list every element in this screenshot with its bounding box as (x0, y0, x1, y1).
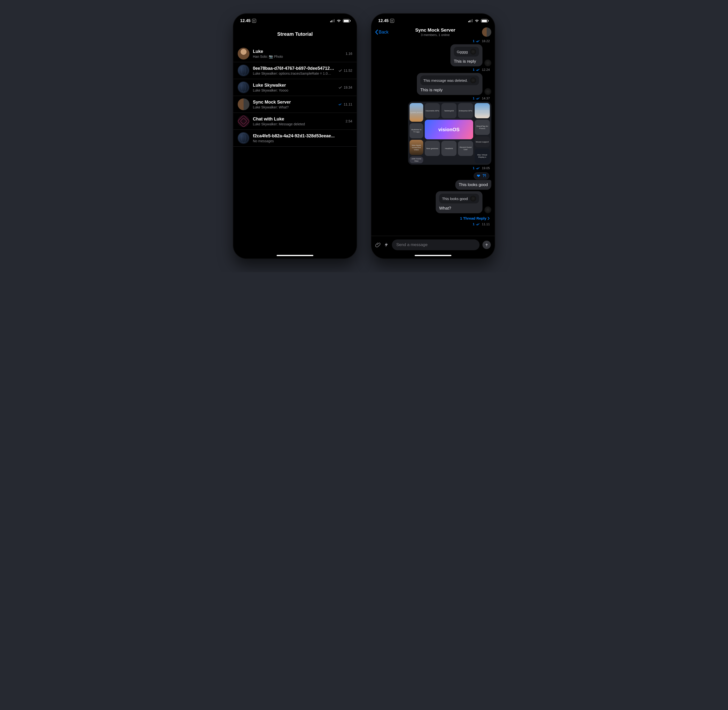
image-tile: Enterprise APIs (458, 103, 473, 118)
channel-name: 0ee78baa-d76f-4767-b697-0dee54712a... (253, 66, 335, 71)
image-tile: Keyboard break (475, 103, 490, 118)
double-check-icon (476, 97, 480, 100)
cellular-icon (468, 19, 473, 22)
avatar (470, 77, 476, 83)
battery-icon (343, 19, 350, 22)
lightning-icon[interactable] (384, 242, 389, 248)
image-message[interactable]: spatial photos Volumetric APIs TabletopK… (408, 101, 491, 165)
avatar (238, 115, 249, 127)
phone-channel-list: 12.45 Stream Tutorial Luke Han Solo: 📷 P… (233, 14, 357, 258)
message[interactable]: This looks good (375, 180, 491, 190)
check-icon (338, 85, 342, 89)
arrow-up-icon (485, 243, 489, 247)
image-tile: HealthKit (441, 141, 457, 156)
wifi-icon (475, 19, 479, 23)
message-meta: 1 19.05 (375, 166, 491, 170)
avatar (485, 60, 491, 66)
image-tile: spatial photos (410, 103, 423, 122)
heart-icon[interactable]: ❤︎ (477, 173, 480, 178)
channel-name: Sync Mock Server (253, 100, 335, 105)
navbar: Back Sync Mock Server 3 members, 1 onlin… (371, 25, 495, 39)
channel-time: 1.16 (346, 52, 352, 56)
home-indicator[interactable] (415, 255, 451, 256)
avatar (485, 88, 491, 95)
home-indicator[interactable] (277, 255, 313, 256)
channel-row[interactable]: Sync Mock Server Luke Skywalker: What? 1… (233, 96, 357, 113)
channel-row[interactable]: Chat with Luke Luke Skywalker: Message d… (233, 113, 357, 130)
attachment-icon[interactable] (375, 242, 381, 248)
message[interactable]: Ggggg This is reply (375, 44, 491, 66)
channel-row[interactable]: Luke Han Solo: 📷 Photo 1.16 (233, 45, 357, 62)
avatar (238, 65, 249, 76)
svg-point-1 (392, 20, 393, 21)
quoted-message[interactable]: Ggggg (454, 47, 479, 57)
chevron-left-icon (375, 29, 378, 35)
message[interactable]: This looks good What? (375, 191, 491, 213)
channel-preview: Luke Skywalker: options.tracesSampleRate… (253, 72, 335, 75)
status-bar: 12.45 (233, 14, 357, 25)
avatar (238, 82, 249, 93)
image-tile: Recent Guest User (458, 141, 473, 156)
channel-time: 2.54 (346, 119, 352, 123)
avatar (470, 196, 476, 201)
channel-name: Luke (253, 49, 342, 54)
avatar (470, 49, 476, 54)
battery-icon (481, 19, 488, 22)
cellular-icon (330, 19, 335, 22)
message-text: This is reply (420, 88, 479, 92)
wifi-icon (337, 19, 341, 23)
message-list[interactable]: 1 18.22 Ggggg This is reply 1 12.24 (371, 39, 495, 236)
image-tile: TabletopKit (441, 103, 457, 118)
profile-badge-icon (390, 19, 394, 23)
chat-title: Sync Mock Server (391, 28, 479, 33)
quoted-message[interactable]: This message was deleted. (420, 75, 479, 85)
channel-row[interactable]: Luke Skywalker Luke Skywalker: Yoooo 19.… (233, 79, 357, 96)
message-meta: 1 18.22 (375, 39, 491, 43)
channel-preview: Han Solo: 📷 Photo (253, 54, 342, 59)
double-check-icon (476, 40, 480, 43)
image-tile: New gestures (425, 141, 440, 156)
message-text: What? (439, 206, 479, 211)
channel-list[interactable]: Luke Han Solo: 📷 Photo 1.16 0ee78baa-d76… (233, 45, 357, 147)
image-tile: SharePlay for Photos (475, 120, 490, 135)
reaction-bar[interactable]: ❤︎ ?! (474, 172, 489, 179)
status-bar: 12.45 (371, 14, 495, 25)
check-icon (338, 69, 342, 72)
channel-preview: Luke Skywalker: What? (253, 105, 335, 109)
profile-badge-icon (252, 19, 256, 23)
channel-time: 11.52 (344, 69, 352, 72)
phone-chat: 12.45 Back Sync Mock Server 3 members, 1… (371, 14, 495, 258)
image-tile: New Apple Immersive Video (410, 140, 423, 155)
message-meta: 1 11.11 (375, 222, 491, 226)
chevron-right-icon (487, 217, 490, 220)
message[interactable]: This message was deleted. This is reply (375, 73, 491, 95)
message-meta: 1 12.24 (375, 68, 491, 72)
double-check-icon (476, 68, 480, 71)
image-tile: Volumetric APIs (425, 103, 440, 118)
reaction-qmark[interactable]: ?! (482, 173, 486, 178)
quoted-message[interactable]: This looks good (439, 194, 479, 204)
channel-row[interactable]: f2ca4fe5-b82a-4a24-92d1-328d53eeae... No… (233, 130, 357, 147)
avatar (485, 206, 491, 213)
channel-time: 19.34 (344, 85, 352, 89)
channel-preview: Luke Skywalker: Yoooo (253, 88, 335, 92)
avatar (238, 48, 249, 60)
message-text: This is reply (454, 59, 479, 64)
message-input[interactable]: Send a message (392, 239, 479, 250)
message-text: This looks good (459, 182, 488, 187)
avatar (238, 98, 249, 110)
channel-row[interactable]: 0ee78baa-d76f-4767-b697-0dee54712a... Lu… (233, 62, 357, 79)
back-button[interactable]: Back (375, 29, 388, 35)
chat-avatar[interactable] (482, 28, 491, 37)
double-check-icon (476, 167, 480, 170)
double-check-icon (476, 223, 480, 226)
status-time: 12.45 (240, 18, 250, 23)
thread-reply-link[interactable]: 1 Thread Reply (375, 215, 491, 221)
channel-name: Chat with Luke (253, 117, 342, 122)
image-tile: obile Home View (410, 157, 423, 163)
channel-time: 11.11 (344, 102, 352, 106)
channel-name: Luke Skywalker (253, 83, 335, 88)
send-button[interactable] (482, 241, 491, 249)
message-meta: 1 14.37 (375, 97, 491, 100)
page-title: Stream Tutorial (233, 25, 357, 45)
